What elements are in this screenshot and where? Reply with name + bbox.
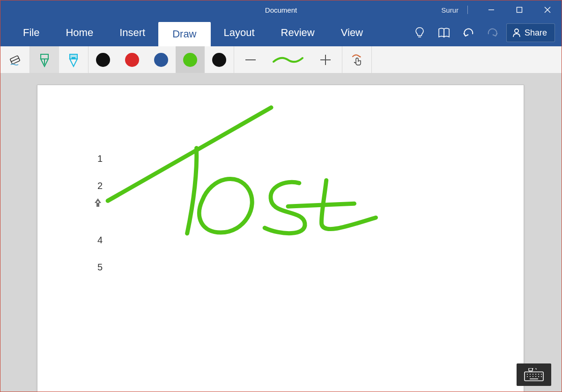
- svg-point-16: [97, 201, 99, 203]
- eraser-tool[interactable]: [0, 46, 30, 73]
- document-page[interactable]: 1 2 4 5: [37, 85, 524, 392]
- list-item[interactable]: 2: [97, 172, 103, 199]
- ribbon-tabs: File Home Insert Draw Layout Review View: [0, 19, 562, 46]
- minimize-button[interactable]: [477, 0, 505, 19]
- undo-button[interactable]: [458, 22, 479, 44]
- black-swatch-icon: [96, 53, 110, 67]
- tell-me-button[interactable]: [409, 22, 430, 44]
- tab-label: File: [23, 27, 39, 39]
- redo-button[interactable]: [482, 22, 503, 44]
- user-name[interactable]: Surur: [441, 6, 458, 14]
- keyboard-icon: [524, 368, 544, 381]
- svg-rect-1: [517, 7, 522, 13]
- insertion-cursor: [94, 197, 102, 208]
- color-blue[interactable]: [147, 46, 176, 73]
- undo-icon: [462, 28, 474, 38]
- window-controls: [477, 0, 562, 19]
- numbered-list: 1 2 4 5: [97, 145, 103, 281]
- tab-home[interactable]: Home: [52, 19, 106, 46]
- highlighter-icon: [67, 52, 80, 67]
- svg-rect-9: [41, 54, 48, 59]
- svg-rect-14: [72, 57, 75, 59]
- red-swatch-icon: [125, 53, 139, 67]
- list-item[interactable]: 1: [97, 145, 103, 172]
- thickness-increase[interactable]: [309, 46, 342, 73]
- read-mode-button[interactable]: [433, 22, 455, 44]
- svg-point-5: [515, 29, 518, 33]
- tab-view[interactable]: View: [328, 19, 376, 46]
- touch-group: [342, 46, 372, 73]
- svg-line-7: [11, 58, 19, 62]
- minimize-icon: [488, 7, 495, 13]
- ribbon-right-actions: Share: [409, 19, 555, 46]
- tab-label: Home: [66, 27, 93, 39]
- maximize-icon: [516, 7, 523, 13]
- tab-label: Draw: [172, 28, 196, 40]
- tab-insert[interactable]: Insert: [106, 19, 158, 46]
- wave-icon: [272, 54, 304, 65]
- tab-review[interactable]: Review: [268, 19, 328, 46]
- lightbulb-icon: [414, 27, 425, 39]
- thickness-decrease[interactable]: [234, 46, 267, 73]
- tab-file[interactable]: File: [10, 19, 52, 46]
- draw-toolbar: [0, 46, 562, 73]
- thickness-preview: [267, 46, 309, 73]
- tab-label: Layout: [224, 27, 255, 39]
- color-wheel-icon: [212, 53, 226, 67]
- svg-marker-11: [70, 59, 77, 66]
- close-button[interactable]: [533, 0, 562, 19]
- pen-tool[interactable]: [30, 46, 59, 73]
- toolbar-separator: [371, 46, 372, 73]
- ink-strokes: [37, 85, 524, 392]
- titlebar: Document Surur: [0, 0, 562, 19]
- touch-draw-icon: [350, 53, 364, 67]
- list-item[interactable]: 4: [97, 226, 103, 254]
- redo-icon: [487, 28, 499, 38]
- svg-rect-31: [529, 368, 532, 371]
- titlebar-divider: [467, 6, 468, 14]
- tab-label: View: [341, 27, 363, 39]
- draw-with-touch[interactable]: [342, 46, 371, 73]
- thickness-group: [234, 46, 342, 73]
- tool-group: [0, 46, 89, 73]
- person-icon: [512, 28, 521, 37]
- touch-keyboard-button[interactable]: [517, 363, 551, 386]
- plus-icon: [320, 55, 331, 65]
- blue-swatch-icon: [154, 53, 168, 67]
- color-green[interactable]: [176, 46, 205, 73]
- share-label: Share: [525, 28, 547, 38]
- tab-label: Insert: [119, 27, 145, 39]
- green-swatch-icon: [183, 53, 197, 67]
- highlighter-tool[interactable]: [59, 46, 88, 73]
- tab-label: Review: [281, 27, 315, 39]
- document-area[interactable]: 1 2 4 5: [0, 73, 562, 392]
- cursor-icon: [94, 197, 102, 208]
- eraser-icon: [8, 53, 22, 67]
- tab-draw[interactable]: Draw: [158, 22, 210, 46]
- book-icon: [438, 28, 450, 38]
- minus-icon: [245, 59, 256, 60]
- color-custom[interactable]: [205, 46, 234, 73]
- color-red[interactable]: [118, 46, 147, 73]
- maximize-button[interactable]: [505, 0, 533, 19]
- share-button[interactable]: Share: [506, 23, 555, 42]
- color-black[interactable]: [89, 46, 118, 73]
- tab-layout[interactable]: Layout: [211, 19, 268, 46]
- color-group: [89, 46, 234, 73]
- close-icon: [544, 7, 551, 13]
- pen-icon: [38, 52, 51, 67]
- ink-layer: [37, 85, 524, 392]
- list-item[interactable]: 5: [97, 254, 103, 281]
